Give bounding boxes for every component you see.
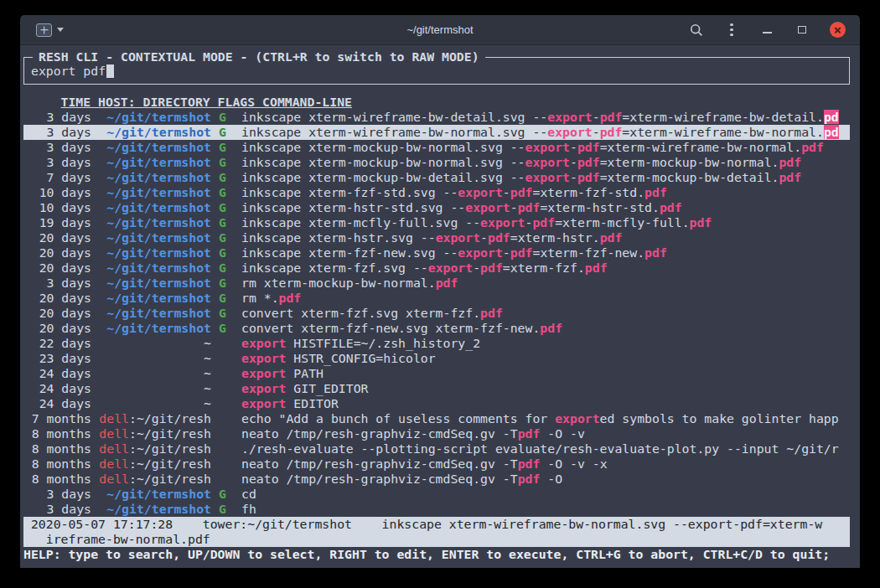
history-row[interactable]: 24 days~export EDITOR xyxy=(23,396,850,411)
history-row[interactable]: 3 days~/git/termshotGfh xyxy=(23,502,850,517)
time-cell: 3 days xyxy=(23,110,91,125)
location-cell: ~/git/termshot xyxy=(99,306,211,321)
history-row[interactable]: 24 days~export GIT_EDITOR xyxy=(23,381,850,396)
location-cell: ~/git/termshot xyxy=(99,321,211,336)
command-cell: inkscape xterm-wireframe-bw-normal.svg -… xyxy=(241,125,850,140)
time-cell: 24 days xyxy=(23,381,91,396)
command-cell: rm *.pdf xyxy=(241,291,850,306)
restore-button[interactable] xyxy=(789,18,815,43)
flags-cell: G xyxy=(219,276,234,291)
history-row[interactable]: 7 days~/git/termshotGinkscape xterm-mock… xyxy=(23,170,850,185)
flags-cell xyxy=(219,366,234,381)
time-cell: 20 days xyxy=(23,321,91,336)
search-box-title: RESH CLI - CONTEXTUAL MODE - (CTRL+R to … xyxy=(33,49,485,64)
command-cell: inkscape xterm-fzf-std.svg --export-pdf=… xyxy=(241,185,850,200)
history-row[interactable]: 3 days~/git/termshotGinkscape xterm-mock… xyxy=(23,140,850,155)
history-row[interactable]: 8 monthsdell:~/git/reshneato /tmp/resh-g… xyxy=(23,426,850,441)
history-row[interactable]: 20 days~/git/termshotGconvert xterm-fzf.… xyxy=(23,306,850,321)
location-cell: dell:~/git/resh xyxy=(99,472,211,487)
terminal-screen[interactable]: RESH CLI - CONTEXTUAL MODE - (CTRL+R to … xyxy=(20,45,860,568)
command-cell: export GIT_EDITOR xyxy=(241,381,850,396)
time-cell: 24 days xyxy=(23,366,91,381)
time-cell: 20 days xyxy=(23,306,91,321)
menu-button[interactable] xyxy=(719,18,744,43)
flags-cell xyxy=(219,426,234,441)
history-row[interactable]: 24 days~export PATH xyxy=(23,366,850,381)
history-row[interactable]: 10 days~/git/termshotGinkscape xterm-fzf… xyxy=(23,185,850,200)
new-tab-button[interactable] xyxy=(32,21,68,39)
location-cell: ~/git/termshot xyxy=(99,260,211,276)
history-row[interactable]: 20 days~/git/termshotGinkscape xterm-hst… xyxy=(23,230,850,245)
time-cell: 23 days xyxy=(23,351,91,366)
search-query-text: export pdf xyxy=(31,64,106,79)
location-cell: ~/git/termshot xyxy=(99,185,211,200)
history-row[interactable]: 3 days~/git/termshotGinkscape xterm-mock… xyxy=(23,155,850,170)
history-row[interactable]: 23 days~export HSTR_CONFIG=hicolor xyxy=(23,351,850,366)
location-cell: ~/git/termshot xyxy=(99,140,211,155)
history-row[interactable]: 8 monthsdell:~/git/reshneato /tmp/resh-g… xyxy=(23,472,850,487)
history-row[interactable]: 22 days~export HISTFILE=~/.zsh_history_2 xyxy=(23,336,850,351)
command-cell: export PATH xyxy=(241,366,850,381)
table-header-lead xyxy=(23,95,61,109)
time-cell: 3 days xyxy=(23,140,91,155)
chevron-down-icon xyxy=(57,28,64,32)
flags-cell: G xyxy=(219,140,234,155)
location-cell: ~/git/termshot xyxy=(99,170,211,185)
history-row[interactable]: 10 days~/git/termshotGinkscape xterm-hst… xyxy=(23,200,850,215)
history-row[interactable]: 20 days~/git/termshotGrm *.pdf xyxy=(23,291,850,306)
command-cell: export HISTFILE=~/.zsh_history_2 xyxy=(241,336,850,351)
command-cell: convert xterm-fzf-new.svg xterm-fzf-new.… xyxy=(241,321,850,336)
location-cell: ~ xyxy=(99,396,211,411)
flags-cell xyxy=(219,441,234,456)
history-row[interactable]: 19 days~/git/termshotGinkscape xterm-mcf… xyxy=(23,215,850,230)
location-cell: dell:~/git/resh xyxy=(99,426,211,441)
close-button[interactable] xyxy=(825,18,850,43)
time-cell: 3 days xyxy=(23,502,91,517)
location-cell: ~/git/termshot xyxy=(99,200,211,215)
time-cell: 20 days xyxy=(23,260,91,276)
history-row[interactable]: 3 days~/git/termshotGinkscape xterm-wire… xyxy=(23,125,850,140)
history-row[interactable]: 20 days~/git/termshotGinkscape xterm-fzf… xyxy=(23,245,850,260)
location-cell: ~/git/termshot xyxy=(99,245,211,260)
history-row[interactable]: 7 monthsdell:~/git/reshecho "Add a bunch… xyxy=(23,411,850,426)
history-row[interactable]: 3 days~/git/termshotGrm xterm-mockup-bw-… xyxy=(23,276,850,291)
command-cell: inkscape xterm-wireframe-bw-detail.svg -… xyxy=(241,110,850,125)
flags-cell: G xyxy=(219,230,234,245)
history-row[interactable]: 3 days~/git/termshotGinkscape xterm-wire… xyxy=(23,110,850,125)
time-cell: 10 days xyxy=(23,200,91,215)
command-cell: inkscape xterm-hstr.svg --export-pdf=xte… xyxy=(241,230,850,245)
search-button[interactable] xyxy=(684,18,709,43)
flags-cell: G xyxy=(219,306,234,321)
history-row[interactable]: 20 days~/git/termshotGinkscape xterm-fzf… xyxy=(23,260,850,276)
flags-cell: G xyxy=(219,260,234,276)
status-line-2: ireframe-bw-normal.pdf xyxy=(23,532,850,547)
command-cell: neato /tmp/resh-graphviz-cmdSeq.gv -Tpdf… xyxy=(241,426,850,441)
minimize-button[interactable] xyxy=(754,18,779,43)
location-cell: ~ xyxy=(99,351,211,366)
time-cell: 3 days xyxy=(23,155,91,170)
history-row[interactable]: 20 days~/git/termshotGconvert xterm-fzf-… xyxy=(23,321,850,336)
titlebar[interactable]: ~/git/termshot xyxy=(20,15,860,45)
command-cell: inkscape xterm-mockup-bw-normal.svg --ex… xyxy=(241,140,850,155)
location-cell: dell:~/git/resh xyxy=(99,441,211,456)
flags-cell xyxy=(219,336,234,351)
time-cell: 8 months xyxy=(23,456,91,472)
flags-cell: G xyxy=(219,487,234,502)
history-row[interactable]: 8 monthsdell:~/git/resh./resh-evaluate -… xyxy=(23,441,850,456)
flags-cell xyxy=(219,396,234,411)
history-row[interactable]: 3 days~/git/termshotGcd xyxy=(23,487,850,502)
help-line: HELP: type to search, UP/DOWN to select,… xyxy=(23,547,850,562)
time-cell: 20 days xyxy=(23,230,91,245)
history-row[interactable]: 8 monthsdell:~/git/reshneato /tmp/resh-g… xyxy=(23,456,850,472)
search-query-input[interactable]: export pdf xyxy=(31,64,842,79)
command-cell: neato /tmp/resh-graphviz-cmdSeq.gv -Tpdf… xyxy=(241,472,850,487)
flags-cell: G xyxy=(219,215,234,230)
flags-cell: G xyxy=(219,291,234,306)
location-cell: ~/git/termshot xyxy=(99,215,211,230)
terminal-window: ~/git/termshot xyxy=(20,15,860,568)
time-cell: 3 days xyxy=(23,487,91,502)
location-cell: dell:~/git/resh xyxy=(99,456,211,472)
time-cell: 24 days xyxy=(23,396,91,411)
terminal-plus-icon xyxy=(36,23,52,37)
flags-cell xyxy=(219,381,234,396)
